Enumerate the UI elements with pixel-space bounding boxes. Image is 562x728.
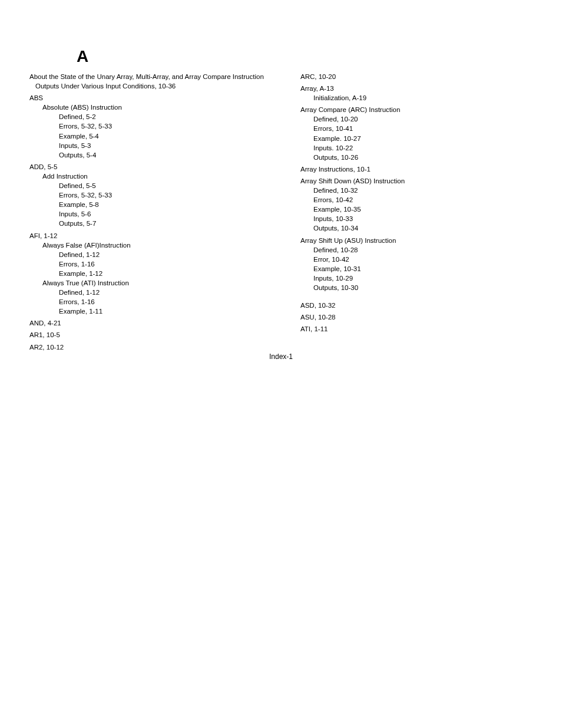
page-footer: Index-1 — [0, 353, 562, 361]
index-subsubentry: Errors, 5-32, 5-33 — [59, 121, 277, 131]
index-subentry: Outputs, 10-34 — [313, 223, 524, 233]
index-subsubentry: Errors, 1-16 — [59, 259, 277, 269]
index-subentry: Always True (ATI) Instruction — [42, 278, 277, 288]
index-entry: Array Shift Down (ASD) Instruction — [300, 176, 524, 186]
index-subentry: Example, 10-35 — [313, 205, 524, 214]
index-subentry: Initialization, A-19 — [313, 93, 524, 103]
index-subsubentry: Defined, 5-5 — [59, 181, 277, 190]
index-page: A About the State of the Unary Array, Mu… — [0, 0, 562, 352]
index-entry: About the State of the Unary Array, Mult… — [29, 72, 277, 91]
index-entry: ASD, 10-32 — [300, 301, 524, 310]
index-subentry: Defined, 10-28 — [313, 245, 524, 255]
index-subentry: Always False (AFI)Instruction — [42, 241, 277, 250]
index-subentry: Example, 10-31 — [313, 264, 524, 274]
index-entry: AR2, 10-12 — [29, 342, 277, 352]
index-subsubentry: Example, 5-4 — [59, 131, 277, 141]
index-subentry: Example. 10-27 — [313, 134, 524, 143]
index-entry: ASU, 10-28 — [300, 312, 524, 322]
index-subentry: Defined, 10-20 — [313, 114, 524, 124]
index-entry: AR1, 10-5 — [29, 330, 277, 340]
index-subentry: Add Instruction — [42, 172, 277, 181]
index-subentry: Errors, 10-41 — [313, 124, 524, 133]
section-letter: A — [77, 47, 533, 66]
index-subentry: Absolute (ABS) Instruction — [42, 103, 277, 112]
index-subsubentry: Errors, 1-16 — [59, 297, 277, 307]
index-entry: Array Compare (ARC) Instruction — [300, 105, 524, 114]
index-subentry: Inputs, 10-29 — [313, 274, 524, 283]
index-subentry: Inputs. 10-22 — [313, 143, 524, 153]
index-subentry: Inputs, 10-33 — [313, 214, 524, 223]
index-entry: ARC, 10-20 — [300, 72, 524, 81]
index-subentry: Defined, 10-32 — [313, 186, 524, 195]
index-subsubentry: Outputs, 5-7 — [59, 219, 277, 228]
index-subsubentry: Example, 1-11 — [59, 307, 277, 316]
index-subsubentry: Defined, 1-12 — [59, 288, 277, 297]
index-subentry: Outputs, 10-26 — [313, 153, 524, 162]
index-subentry: Error, 10-42 — [313, 255, 524, 264]
right-column: ARC, 10-20 Array, A-13 Initialization, A… — [300, 71, 524, 352]
index-subsubentry: Outputs, 5-4 — [59, 150, 277, 160]
index-entry: Array, A-13 — [300, 84, 524, 93]
index-subentry: Outputs, 10-30 — [313, 283, 524, 292]
index-subentry: Errors, 10-42 — [313, 195, 524, 205]
index-columns: About the State of the Unary Array, Mult… — [29, 71, 533, 352]
index-subsubentry: Errors, 5-32, 5-33 — [59, 190, 277, 200]
index-subsubentry: Defined, 1-12 — [59, 250, 277, 259]
index-entry: AFI, 1-12 — [29, 231, 277, 241]
index-entry: Array Shift Up (ASU) Instruction — [300, 236, 524, 245]
index-entry: ABS — [29, 93, 277, 103]
index-entry: Array Instructions, 10-1 — [300, 164, 524, 174]
index-subsubentry: Example, 5-8 — [59, 200, 277, 209]
index-entry: AND, 4-21 — [29, 318, 277, 328]
index-subsubentry: Inputs, 5-6 — [59, 209, 277, 219]
left-column: About the State of the Unary Array, Mult… — [29, 71, 277, 352]
index-subsubentry: Inputs, 5-3 — [59, 141, 277, 150]
index-entry: ADD, 5-5 — [29, 162, 277, 172]
index-entry: ATI, 1-11 — [300, 324, 524, 334]
index-subsubentry: Defined, 5-2 — [59, 112, 277, 121]
index-subsubentry: Example, 1-12 — [59, 269, 277, 278]
